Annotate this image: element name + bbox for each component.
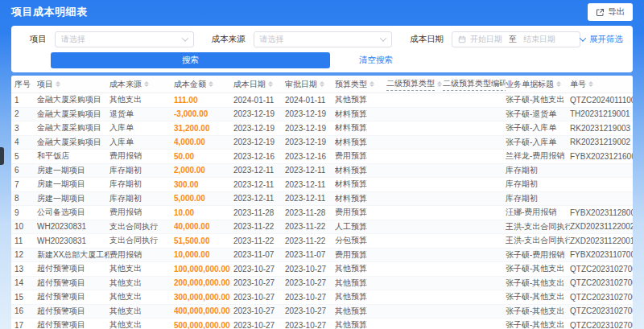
chevron-down-icon [580,35,586,41]
source-select-placeholder: 请选择 [260,34,284,45]
col-header-5[interactable]: 审批日期 [285,79,335,90]
table-cell: 7 [14,180,37,189]
sort-icon[interactable] [437,81,442,87]
col-header-9[interactable]: 业务单据标题 [506,79,570,90]
sort-icon[interactable] [369,81,374,87]
table-cell: 2024-01-11 [233,96,285,105]
search-button[interactable]: 搜索 [51,52,330,68]
col-header-10[interactable]: 单号 [570,79,633,90]
table-cell: 库存期初 [109,193,174,204]
table-cell: 5 [14,152,37,161]
table-row: 3金融大厦采购项目入库单31,200.002023-12-192023-12-1… [11,121,633,136]
table-cell: 材料预算 [335,137,386,148]
sort-icon[interactable] [320,81,324,87]
table-cell: 4 [14,138,37,146]
source-select[interactable]: 请选择 [254,31,393,47]
table-cell: 10 [14,222,37,231]
table-cell: 51,500.00 [174,236,233,245]
col-header-label: 业务单据标题 [506,79,554,90]
table-cell: 1 [14,96,37,105]
col-header-0: 序号 [14,79,37,90]
table-cell: 2023-12-16 [233,152,285,161]
table-cell: 张子硕-退货单 [506,109,570,120]
col-header-7[interactable]: 二级预算类型 [386,78,443,91]
filter-row: 项目 请选择 成本来源 请选择 成本日期 开始日期 至 结 [21,31,623,48]
clear-search-link[interactable]: 清空搜索 [359,55,393,66]
table-cell: 2023-11-07 [233,250,285,259]
table-cell: 张子硕-入库单 [506,137,570,148]
table-cell: 2023-12-11 [285,166,335,175]
sort-icon[interactable] [144,81,149,87]
export-button[interactable]: 导出 [588,3,633,21]
sort-icon[interactable] [588,81,593,87]
table-cell: 张子硕-其他支出 [506,319,570,329]
date-end-input[interactable]: 结束日期 [523,34,555,45]
table-cell: 退货单 [109,109,174,120]
table-cell: 材料预算 [335,165,386,176]
table-cell: QTZC20231027002 [570,293,633,302]
date-start-input[interactable]: 开始日期 [470,34,502,45]
project-select[interactable]: 请选择 [55,31,194,47]
col-header-label: 成本金额 [174,79,206,90]
col-header-8[interactable]: 二级预算类型编码 [443,78,506,91]
table-cell: 张子硕-其他支出 [506,263,570,274]
table-cell: 金融大厦采购项目 [37,109,109,120]
table-cell: 金融大厦采购项目 [37,94,109,105]
table-cell: 超付预警项目 [37,278,109,289]
left-edge-handle [0,147,4,165]
table-body: 1金融大厦采购项目其他支出111.002024-01-112024-01-11其… [11,93,633,329]
table-cell: 50.00 [174,152,233,161]
table-cell: 2023-10-27 [285,321,335,329]
table-row: 11WH20230831支出合同执行51,500.002023-11-22202… [11,234,633,249]
table-cell: 100,000,000.00 [174,265,233,273]
table-cell: 13 [14,265,37,273]
table-cell: 支出合同执行 [109,235,174,246]
table-cell: RK20231219003 [570,124,633,133]
table-cell: FYBX20231107001 [570,250,633,259]
export-label: 导出 [608,6,625,18]
table-cell: 2023-12-11 [233,166,285,175]
col-header-2[interactable]: 成本来源 [109,79,174,90]
col-header-1[interactable]: 项目 [37,79,109,90]
table-cell: QTZC20231027002 [570,306,633,315]
table-cell: 其他预算 [335,319,386,329]
cost-date-range-picker[interactable]: 开始日期 至 结束日期 [452,31,580,47]
title-bar: 项目成本明细表 导出 [0,0,644,24]
table-cell: 2023-11-22 [233,222,285,231]
table-cell: 300.00 [174,180,233,189]
table-cell: 库存期初 [109,179,174,190]
table-cell: 房建一期项目 [37,165,109,176]
table-cell: 材料预算 [335,179,386,190]
table-cell: 材料预算 [335,109,386,120]
col-header-label: 审批日期 [285,79,317,90]
col-header-label: 序号 [14,79,31,90]
table-cell: 200,000,000.00 [174,278,233,287]
col-header-4[interactable]: 成本日期 [233,79,285,90]
table-cell: 2 [14,109,37,118]
sort-icon[interactable] [56,81,60,87]
filter-panel: 项目 请选择 成本来源 请选择 成本日期 开始日期 至 结 [11,26,633,72]
table-cell: 2023-10-27 [285,278,335,287]
sort-icon[interactable] [268,81,273,87]
expand-filters-link[interactable]: 展开筛选 [580,34,623,45]
table-cell: 新建XX总部大厦工程二期 [37,249,109,261]
col-header-label: 二级预算类型编码 [443,78,506,91]
table-row: 12新建XX总部大厦工程二期费用报销10,000.002023-11-07202… [11,249,633,263]
sort-icon[interactable] [208,81,213,87]
table-cell: 2023-10-27 [285,306,335,315]
table-cell: 2023-12-19 [233,138,285,146]
table-cell: 费用预算 [335,207,386,218]
table-row: 2金融大厦采购项目退货单-3,000.002023-12-192023-12-1… [11,108,633,122]
table-cell: 王洪-支出合同执行 [506,221,570,232]
table-cell: 材料预算 [335,193,386,204]
sort-icon[interactable] [556,81,561,87]
col-header-6[interactable]: 预算类型 [335,79,386,90]
table-cell: 张子硕-其他支出 [506,94,570,105]
table-cell: 2023-12-16 [285,152,335,161]
table-cell: 其他支出 [109,263,174,274]
table-cell: 人工预算 [335,221,386,232]
col-header-3[interactable]: 成本金额 [174,79,233,90]
source-filter-label: 成本来源 [212,34,246,45]
table-cell: 费用报销 [109,150,174,162]
table-cell: 张子硕-其他支出 [506,306,570,317]
